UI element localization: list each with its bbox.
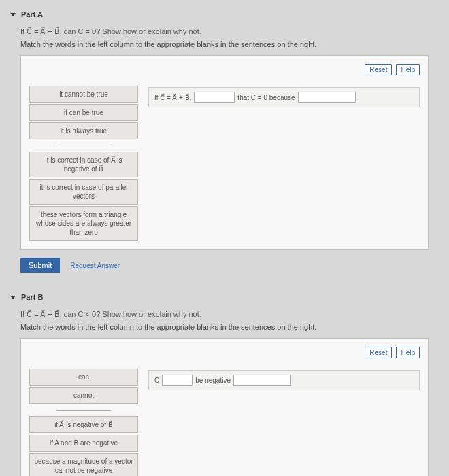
tile[interactable]: if A and B are negative <box>29 435 138 452</box>
part-b-header[interactable]: Part B <box>0 290 449 305</box>
part-a-header[interactable]: Part A <box>0 7 449 22</box>
chevron-down-icon <box>10 13 16 16</box>
sentence-row: C be negative <box>148 370 420 390</box>
help-button[interactable]: Help <box>396 64 420 75</box>
part-b-title: Part B <box>21 293 43 301</box>
tile-separator <box>56 407 111 411</box>
part-b-tiles: can cannot if A⃗ is negative of B⃗ if A … <box>29 369 138 476</box>
chevron-down-icon <box>10 296 16 299</box>
part-a-workarea: Reset Help it cannot be true it can be t… <box>20 55 429 250</box>
part-a-tiles: it cannot be true it can be true it is a… <box>29 86 138 241</box>
blank-slot[interactable] <box>162 375 193 386</box>
sentence-text: C <box>154 377 159 384</box>
part-a-prompt: If C⃗ = A⃗ + B⃗, can C = 0? Show how or … <box>0 22 449 39</box>
part-b-prompt: If C⃗ = A⃗ + B⃗, can C < 0? Show how or … <box>0 305 449 322</box>
tile-separator <box>56 142 111 146</box>
part-a-sentence-area: If C⃗ = A⃗ + B⃗, that C = 0 because <box>148 86 420 241</box>
blank-slot[interactable] <box>298 92 356 103</box>
tile[interactable]: cannot <box>29 387 138 404</box>
sentence-row: If C⃗ = A⃗ + B⃗, that C = 0 because <box>148 87 420 107</box>
part-a-instruction: Match the words in the left column to th… <box>0 39 449 55</box>
tile[interactable]: it cannot be true <box>29 86 138 103</box>
tile[interactable]: can <box>29 369 138 386</box>
tile[interactable]: it is correct in case of parallel vector… <box>29 179 138 205</box>
part-b: Part B If C⃗ = A⃗ + B⃗, can C < 0? Show … <box>0 283 449 476</box>
part-a-title: Part A <box>21 10 43 18</box>
request-answer-link[interactable]: Request Answer <box>70 262 120 269</box>
tile[interactable]: it is always true <box>29 122 138 139</box>
reset-button[interactable]: Reset <box>365 64 392 75</box>
part-b-workarea: Reset Help can cannot if A⃗ is negative … <box>20 338 429 476</box>
blank-slot[interactable] <box>233 375 291 386</box>
submit-button[interactable]: Submit <box>20 258 60 273</box>
blank-slot[interactable] <box>194 92 235 103</box>
tile[interactable]: it is correct in case of A⃗ is negative … <box>29 152 138 177</box>
part-b-instruction: Match the words in the left column to th… <box>0 322 449 338</box>
tile[interactable]: these vectors form a triangle whose side… <box>29 206 138 241</box>
help-button[interactable]: Help <box>396 347 420 358</box>
tile[interactable]: if A⃗ is negative of B⃗ <box>29 416 138 433</box>
sentence-text: that C = 0 because <box>237 94 295 101</box>
part-a: Part A If C⃗ = A⃗ + B⃗, can C = 0? Show … <box>0 0 449 283</box>
reset-button[interactable]: Reset <box>365 347 392 358</box>
tile[interactable]: it can be true <box>29 104 138 121</box>
sentence-text: be negative <box>195 377 231 384</box>
sentence-text: If C⃗ = A⃗ + B⃗, <box>154 94 191 101</box>
tile[interactable]: because a magnitude of a vector cannot b… <box>29 453 138 476</box>
part-b-sentence-area: C be negative <box>148 369 420 476</box>
